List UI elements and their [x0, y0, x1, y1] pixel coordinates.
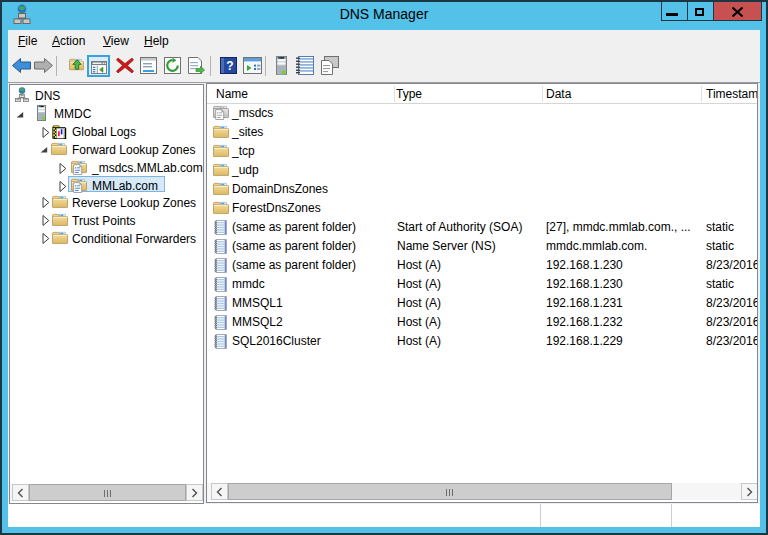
svg-text:?: ? [226, 59, 233, 73]
